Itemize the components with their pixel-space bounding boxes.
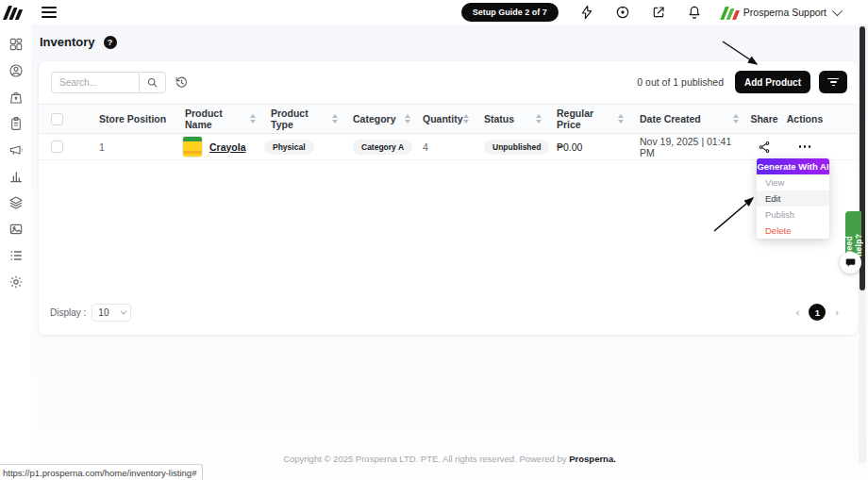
menu-item-view[interactable]: View — [757, 174, 829, 190]
actions-dropdown-menu: Generate With AI View Edit Publish Delet… — [757, 158, 829, 239]
product-thumbnail[interactable] — [182, 136, 203, 157]
product-name-link[interactable]: Crayola — [209, 141, 246, 153]
inventory-card: 0 out of 1 published Add Product Store P… — [39, 61, 858, 335]
search-input[interactable] — [51, 72, 139, 93]
col-quantity: Quantity — [419, 113, 476, 124]
sidebar-item-menu-builder[interactable] — [8, 248, 24, 263]
sidebar-item-account[interactable] — [8, 63, 24, 78]
menu-item-delete[interactable]: Delete — [757, 223, 829, 239]
col-store-position: Store Position — [89, 113, 174, 124]
sidebar-item-products[interactable] — [8, 195, 24, 210]
inventory-table: Store Position Product Name Product Type… — [39, 104, 858, 160]
prosperna-logo-icon[interactable] — [4, 4, 23, 21]
search-button[interactable] — [139, 72, 166, 93]
copyright-footer: Copyright © 2025 Prosperna LTD. PTE. All… — [31, 454, 868, 464]
sort-icon[interactable] — [618, 114, 624, 124]
product-type-badge: Physical — [264, 140, 314, 155]
next-page-button[interactable]: › — [835, 306, 839, 318]
date-created-cell: Nov 19, 2025 | 01:41 PM — [632, 136, 747, 158]
filter-icon — [827, 78, 839, 80]
col-product-type: Product Type — [264, 108, 346, 130]
col-regular-price: Regular Price — [550, 108, 632, 130]
page-size-select[interactable]: 10 — [92, 304, 131, 322]
sort-icon[interactable] — [332, 114, 338, 124]
col-category: Category — [346, 113, 419, 124]
topbar-actions: Setup Guide 2 of 7 Prosperna Support — [461, 3, 840, 22]
page-title: Inventory — [40, 35, 95, 49]
chevron-down-icon — [121, 307, 127, 314]
regular-price-cell: ₱0.00 — [550, 141, 632, 153]
sidebar-item-media[interactable] — [8, 222, 24, 237]
row-actions-menu-button[interactable] — [797, 141, 813, 152]
brand-link[interactable]: Prosperna. — [569, 454, 616, 464]
col-status: Status — [476, 113, 550, 124]
history-icon — [175, 75, 189, 90]
copyright-text: Copyright © 2025 Prosperna LTD. PTE. All… — [283, 454, 569, 464]
chat-bubble-icon — [845, 257, 856, 268]
sort-icon[interactable] — [463, 114, 469, 124]
bell-icon[interactable] — [687, 5, 702, 20]
sidebar-item-analytics[interactable] — [8, 169, 24, 184]
account-name: Prosperna Support — [743, 7, 826, 18]
sort-icon[interactable] — [536, 114, 542, 124]
page-size-value: 10 — [98, 307, 108, 318]
select-all-checkbox[interactable] — [51, 113, 63, 125]
sort-icon[interactable] — [405, 114, 410, 124]
status-url-tooltip: https://p1.prosperna.com/home/inventory-… — [0, 464, 203, 480]
card-toolbar: 0 out of 1 published Add Product — [51, 71, 847, 93]
target-icon[interactable] — [615, 5, 630, 20]
share-icon[interactable] — [758, 141, 771, 154]
table-row: 1 Crayola Physical Category A 4 Unpublis… — [39, 134, 858, 160]
current-page-button[interactable]: 1 — [809, 304, 826, 321]
search-icon — [146, 76, 159, 89]
account-menu[interactable]: Prosperna Support — [723, 5, 840, 20]
setup-guide-button[interactable]: Setup Guide 2 of 7 — [461, 3, 559, 22]
reset-history-button[interactable] — [175, 75, 189, 90]
menu-item-edit[interactable]: Edit — [757, 190, 829, 207]
chevron-down-icon — [832, 6, 843, 16]
menu-item-generate-with-ai[interactable]: Generate With AI — [757, 158, 829, 174]
page-head: Inventory ? — [40, 35, 117, 49]
prev-page-button[interactable]: ‹ — [796, 306, 800, 318]
search-group — [51, 72, 166, 93]
external-link-icon[interactable] — [651, 5, 666, 20]
menu-item-publish[interactable]: Publish — [757, 207, 829, 223]
sort-icon[interactable] — [733, 114, 739, 124]
chat-launcher-button[interactable] — [840, 252, 861, 273]
card-footer: Display : 10 ‹ 1 › — [50, 303, 839, 322]
quantity-cell: 4 — [419, 141, 476, 153]
category-badge: Category A — [353, 140, 412, 155]
sidebar-item-store[interactable] — [8, 90, 24, 105]
sidebar-item-orders[interactable] — [8, 116, 24, 131]
table-header-row: Store Position Product Name Product Type… — [39, 104, 858, 134]
menu-toggle-button[interactable] — [42, 7, 57, 18]
col-share: Share — [747, 113, 781, 124]
status-badge: Unpublished — [484, 140, 549, 155]
sort-icon[interactable] — [250, 114, 256, 124]
prosperna-brand-icon — [723, 5, 738, 20]
store-position-cell: 1 — [89, 141, 174, 153]
row-checkbox[interactable] — [51, 141, 63, 153]
pagination: ‹ 1 › — [796, 304, 839, 321]
help-icon[interactable]: ? — [104, 36, 117, 49]
add-product-button[interactable]: Add Product — [735, 71, 810, 93]
topbar: Setup Guide 2 of 7 Prosperna Support — [0, 0, 868, 25]
need-help-label: Need help? — [844, 211, 863, 257]
sidebar-item-settings[interactable] — [8, 274, 24, 290]
filter-button[interactable] — [819, 71, 847, 93]
col-date-created: Date Created — [632, 113, 747, 124]
toolbar-right: 0 out of 1 published Add Product — [637, 71, 847, 93]
display-label: Display : — [50, 307, 86, 318]
sidebar-item-marketing[interactable] — [8, 142, 24, 157]
need-help-tab[interactable]: Need help? — [845, 211, 861, 257]
main-content: Inventory ? 0 out of 1 published Add Pro… — [31, 25, 868, 480]
col-actions: Actions — [781, 113, 828, 124]
published-summary: 0 out of 1 published — [637, 76, 724, 88]
sidebar-item-dashboard[interactable] — [8, 37, 24, 52]
sidebar — [0, 25, 31, 480]
lightning-icon[interactable] — [579, 5, 594, 20]
col-product-name: Product Name — [174, 108, 264, 130]
